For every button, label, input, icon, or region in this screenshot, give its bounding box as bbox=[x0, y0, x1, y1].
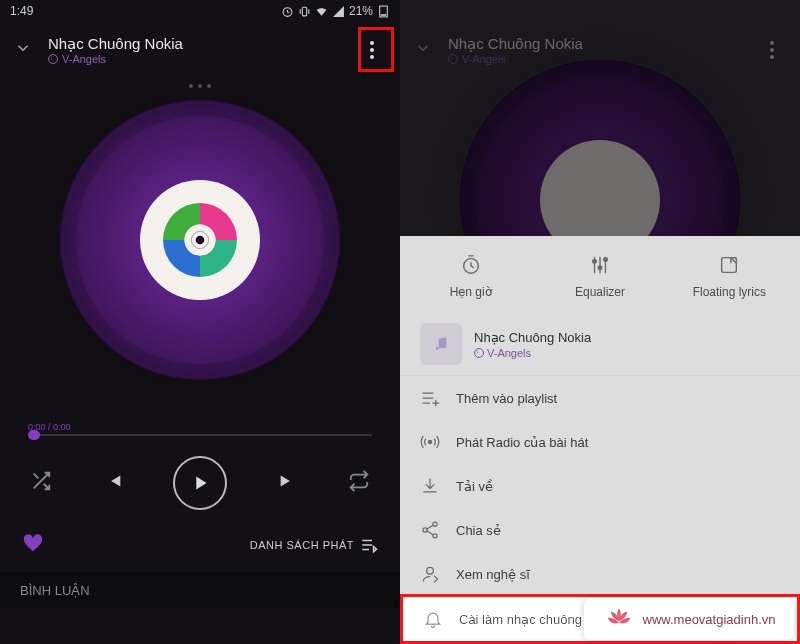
collapse-button[interactable] bbox=[14, 39, 34, 61]
comments-tab[interactable]: BÌNH LUẬN bbox=[0, 572, 400, 608]
options-bottom-sheet: Hẹn giờ Equalizer Floating lyrics Nhạc C… bbox=[400, 236, 800, 644]
sheet-quick-actions: Hẹn giờ Equalizer Floating lyrics bbox=[400, 236, 800, 313]
heart-icon bbox=[22, 532, 44, 554]
song-card[interactable]: Nhạc Chuông Nokia V-Angels bbox=[400, 313, 800, 376]
time-text: 0:00 / 0:00 bbox=[28, 422, 372, 432]
skip-next-icon bbox=[277, 470, 299, 492]
chevron-down-icon bbox=[414, 39, 432, 57]
menu-play-radio[interactable]: Phát Radio của bài hát bbox=[400, 420, 800, 464]
equalizer-button[interactable]: Equalizer bbox=[535, 254, 664, 299]
shuffle-button[interactable] bbox=[30, 470, 52, 496]
menu-share[interactable]: Chia sẻ bbox=[400, 508, 800, 552]
download-icon bbox=[420, 476, 440, 496]
status-icons: 21% bbox=[281, 4, 390, 18]
svg-rect-1 bbox=[302, 7, 306, 16]
svg-point-17 bbox=[423, 528, 427, 532]
signal-icon bbox=[332, 5, 345, 18]
title-block: Nhạc Chuông Nokia V-Angels bbox=[48, 35, 344, 65]
prev-button[interactable] bbox=[102, 470, 124, 496]
track-title: Nhạc Chuông Nokia bbox=[48, 35, 344, 53]
more-vertical-icon bbox=[770, 41, 774, 59]
chevron-down-icon bbox=[14, 39, 32, 57]
menu-view-artist[interactable]: Xem nghệ sĩ bbox=[400, 552, 800, 596]
next-button[interactable] bbox=[277, 470, 299, 496]
svg-point-7 bbox=[196, 236, 205, 245]
vinyl-disc bbox=[60, 100, 340, 380]
add-playlist-icon bbox=[420, 388, 440, 408]
track-artist[interactable]: V-Angels bbox=[48, 53, 344, 65]
svg-point-19 bbox=[427, 567, 434, 574]
svg-point-14 bbox=[443, 346, 446, 349]
wifi-icon bbox=[315, 5, 328, 18]
artist-icon bbox=[420, 564, 440, 584]
equalizer-icon bbox=[589, 254, 611, 276]
timer-button[interactable]: Hẹn giờ bbox=[406, 254, 535, 299]
svg-point-16 bbox=[433, 522, 437, 526]
playlist-icon bbox=[360, 536, 378, 554]
collapse-button[interactable] bbox=[414, 39, 434, 61]
queue-button[interactable]: DANH SÁCH PHÁT bbox=[250, 536, 378, 554]
svg-point-15 bbox=[428, 440, 431, 443]
svg-point-10 bbox=[598, 266, 602, 270]
progress-thumb[interactable] bbox=[28, 430, 40, 440]
svg-point-11 bbox=[604, 258, 608, 262]
phone-screen-1: 1:49 21% Nhạc Chuông Nokia V-Angels bbox=[0, 0, 400, 644]
svg-point-13 bbox=[436, 347, 439, 350]
status-bar: 1:49 21% bbox=[0, 0, 400, 22]
play-button[interactable] bbox=[173, 456, 227, 510]
share-icon bbox=[420, 520, 440, 540]
timer-icon bbox=[460, 254, 482, 276]
disc-label bbox=[140, 180, 260, 300]
track-title: Nhạc Chuông Nokia bbox=[448, 35, 744, 53]
menu-download[interactable]: Tải về bbox=[400, 464, 800, 508]
svg-rect-3 bbox=[381, 14, 386, 16]
repeat-button[interactable] bbox=[348, 470, 370, 496]
svg-rect-12 bbox=[722, 258, 737, 273]
bottom-row: DANH SÁCH PHÁT bbox=[0, 524, 400, 572]
annotation-highlight-more bbox=[358, 27, 394, 72]
song-thumbnail bbox=[420, 323, 462, 365]
playback-controls bbox=[0, 442, 400, 524]
status-time: 1:49 bbox=[10, 4, 33, 18]
alarm-icon bbox=[281, 5, 294, 18]
song-artist: V-Angels bbox=[474, 347, 591, 359]
battery-text: 21% bbox=[349, 4, 373, 18]
download-badge-icon bbox=[474, 348, 484, 358]
download-badge-icon bbox=[48, 54, 58, 64]
shuffle-icon bbox=[30, 470, 52, 492]
floating-lyrics-button[interactable]: Floating lyrics bbox=[665, 254, 794, 299]
favorite-button[interactable] bbox=[22, 532, 44, 558]
page-indicator bbox=[0, 84, 400, 88]
play-icon bbox=[189, 472, 211, 494]
player-header: Nhạc Chuông Nokia V-Angels bbox=[0, 22, 400, 78]
progress-bar[interactable]: 0:00 / 0:00 bbox=[28, 422, 372, 436]
repeat-icon bbox=[348, 470, 370, 492]
svg-point-18 bbox=[433, 534, 437, 538]
vibrate-icon bbox=[298, 5, 311, 18]
svg-point-9 bbox=[593, 260, 597, 264]
bell-icon bbox=[423, 609, 443, 629]
menu-add-playlist[interactable]: Thêm vào playlist bbox=[400, 376, 800, 420]
status-bar bbox=[400, 0, 800, 22]
battery-icon bbox=[377, 5, 390, 18]
skip-previous-icon bbox=[102, 470, 124, 492]
phone-screen-2: Nhạc Chuông Nokia V-Angels Hẹn giờ Equal… bbox=[400, 0, 800, 644]
watermark: www.meovatgiadinh.vn bbox=[584, 598, 794, 640]
music-note-icon bbox=[432, 335, 450, 353]
lyrics-icon bbox=[718, 254, 740, 276]
cd-icon bbox=[157, 197, 243, 283]
song-title: Nhạc Chuông Nokia bbox=[474, 330, 591, 345]
album-art-area bbox=[0, 100, 400, 380]
radio-icon bbox=[420, 432, 440, 452]
watermark-text: www.meovatgiadinh.vn bbox=[643, 612, 776, 627]
lotus-icon bbox=[603, 602, 635, 637]
